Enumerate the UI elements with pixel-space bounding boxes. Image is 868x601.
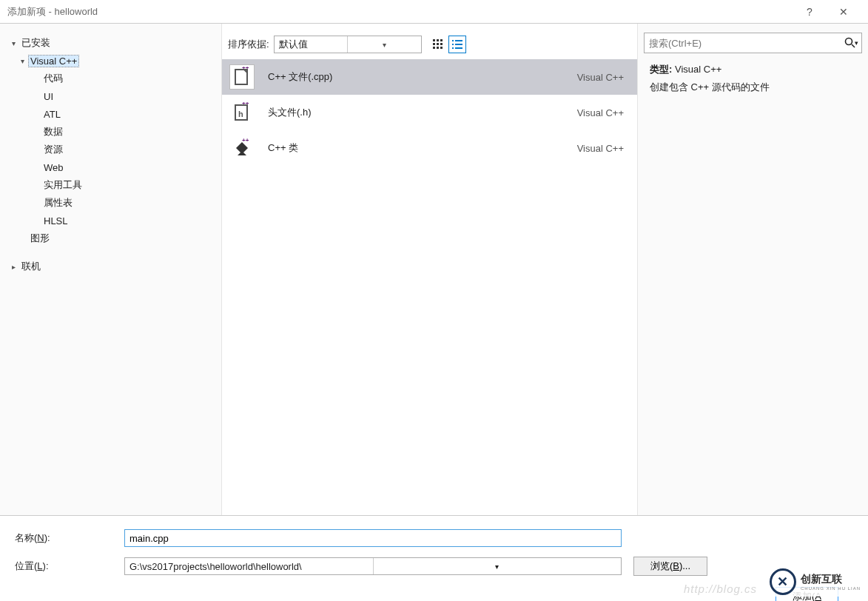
template-item[interactable]: ++ C++ 类 Visual C++ (222, 130, 637, 166)
grid-view-icon[interactable] (429, 36, 447, 53)
tree-label: 数据 (41, 125, 65, 138)
chevron-down-icon: ▾ (7, 39, 19, 47)
svg-marker-21 (238, 151, 246, 155)
template-name: C++ 类 (255, 141, 577, 155)
details-panel: ▾ 类型: Visual C++ 创建包含 C++ 源代码的文件 (637, 24, 868, 515)
template-tag: Visual C++ (577, 107, 630, 118)
tree-label: 资源 (41, 143, 65, 156)
cpp-class-icon: ++ (229, 135, 255, 161)
tree-label: 代码 (41, 72, 65, 85)
svg-rect-6 (433, 47, 435, 49)
tree-installed[interactable]: ▾ 已安装 (0, 34, 221, 52)
svg-point-23 (845, 38, 852, 45)
brand-text: 创新互联 (801, 573, 861, 586)
brand-icon: ✕ (770, 568, 796, 595)
tree-label: 图形 (28, 232, 52, 245)
help-button[interactable]: ? (793, 0, 827, 24)
tree-item[interactable]: 资源 (0, 141, 221, 158)
tree-item[interactable]: 实用工具 (0, 176, 221, 194)
svg-rect-4 (437, 43, 439, 45)
search-icon[interactable]: ▾ (841, 37, 861, 49)
header-file-icon: h++ (229, 100, 255, 125)
close-button[interactable]: ✕ (827, 0, 861, 24)
svg-rect-13 (452, 47, 454, 49)
template-name: 头文件(.h) (255, 106, 577, 119)
chevron-down-icon: ▾ (373, 558, 622, 574)
tree-label: HLSL (41, 215, 70, 226)
template-details: 类型: Visual C++ 创建包含 C++ 源代码的文件 (638, 61, 868, 96)
svg-rect-5 (440, 43, 443, 45)
tree-online[interactable]: ▸ 联机 (0, 258, 221, 275)
category-tree: ▾ 已安装 ▾ Visual C++ 代码 UI ATL 数据 资源 Web 实… (0, 24, 222, 515)
type-value: Visual C++ (675, 64, 721, 75)
sort-combobox[interactable]: 默认值 ▾ (274, 36, 422, 53)
sort-value: 默认值 (275, 38, 348, 51)
chevron-down-icon: ▾ (16, 57, 28, 65)
tree-label: 实用工具 (41, 178, 84, 192)
svg-rect-0 (433, 39, 435, 41)
location-label: 位置(L): (15, 560, 124, 573)
chevron-right-icon: ▸ (7, 263, 19, 271)
tree-item[interactable]: 属性表 (0, 194, 221, 212)
svg-rect-14 (455, 47, 462, 49)
tree-label: UI (41, 91, 55, 102)
template-item[interactable]: ++ C++ 文件(.cpp) Visual C++ (222, 59, 637, 95)
brand-subtext: CHUANG XIN HU LIAN (801, 586, 861, 591)
tree-item[interactable]: UI (0, 87, 221, 105)
svg-rect-2 (440, 39, 443, 41)
template-tag: Visual C++ (577, 72, 630, 83)
svg-text:++: ++ (242, 138, 249, 144)
svg-rect-8 (440, 47, 443, 49)
list-view-icon[interactable] (448, 36, 466, 53)
title-bar: 添加新项 - helloworld ? ✕ (0, 0, 868, 24)
svg-rect-12 (455, 44, 462, 45)
chevron-down-icon: ▾ (347, 36, 421, 53)
svg-text:h: h (238, 110, 243, 118)
template-item[interactable]: h++ 头文件(.h) Visual C++ (222, 95, 637, 130)
svg-text:++: ++ (242, 67, 249, 71)
tree-graphics[interactable]: 图形 (0, 229, 221, 247)
tree-label: 联机 (19, 260, 43, 273)
name-label: 名称(N): (15, 531, 124, 545)
location-value: G:\vs2017projects\helloworld\helloworld\ (125, 561, 373, 572)
template-name: C++ 文件(.cpp) (255, 70, 577, 84)
tree-item[interactable]: ATL (0, 105, 221, 123)
brand-watermark: ✕ 创新互联 CHUANG XIN HU LIAN (767, 567, 864, 597)
template-description: 创建包含 C++ 源代码的文件 (650, 78, 856, 96)
svg-rect-7 (437, 47, 439, 49)
template-list: ++ C++ 文件(.cpp) Visual C++ h++ 头文件(.h) V… (222, 59, 637, 515)
window-title: 添加新项 - helloworld (7, 5, 793, 19)
search-box[interactable]: ▾ (644, 33, 862, 53)
tree-label: Web (41, 162, 66, 173)
tree-item[interactable]: HLSL (0, 212, 221, 229)
toolbar: 排序依据: 默认值 ▾ (222, 30, 637, 59)
browse-button[interactable]: 浏览(B)... (633, 557, 707, 576)
svg-rect-10 (455, 40, 462, 41)
view-toggle (429, 36, 466, 53)
svg-text:++: ++ (242, 102, 249, 107)
svg-rect-1 (437, 39, 439, 41)
tree-item[interactable]: Web (0, 158, 221, 176)
template-tag: Visual C++ (577, 143, 630, 154)
search-input[interactable] (645, 38, 841, 49)
tree-label: 已安装 (19, 36, 53, 50)
tree-label: 属性表 (41, 196, 75, 209)
location-combobox[interactable]: G:\vs2017projects\helloworld\helloworld\… (124, 557, 622, 575)
sort-label: 排序依据: (228, 38, 269, 51)
name-input[interactable] (124, 529, 622, 547)
tree-item[interactable]: 数据 (0, 123, 221, 141)
tree-visualcpp[interactable]: ▾ Visual C++ (0, 52, 221, 70)
tree-label: ATL (41, 109, 63, 120)
form-area: 名称(N): 位置(L): G:\vs2017projects\hellowor… (0, 515, 868, 601)
main-area: ▾ 已安装 ▾ Visual C++ 代码 UI ATL 数据 资源 Web 实… (0, 24, 868, 515)
svg-rect-11 (452, 44, 454, 45)
tree-label: Visual C++ (28, 55, 79, 67)
type-label: 类型: (650, 64, 672, 75)
template-panel: 排序依据: 默认值 ▾ ++ C++ 文件(.cpp) Visual C (222, 24, 637, 515)
svg-rect-3 (433, 43, 435, 45)
tree-item[interactable]: 代码 (0, 70, 221, 87)
svg-rect-9 (452, 40, 454, 41)
cpp-file-icon: ++ (229, 64, 255, 90)
